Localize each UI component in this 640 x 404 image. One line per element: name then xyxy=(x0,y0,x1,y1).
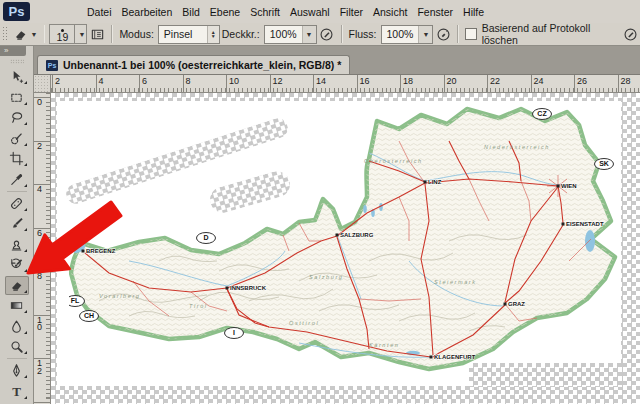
lasso-tool[interactable] xyxy=(5,108,29,127)
svg-text:LINZ: LINZ xyxy=(428,179,442,185)
menu-bild[interactable]: Bild xyxy=(177,2,205,22)
flow-label: Fluss: xyxy=(349,28,377,40)
panel-grip-handle[interactable] xyxy=(10,59,24,64)
workspace: » T Ps Unbenannt-1 bei 100% (oesterreich… xyxy=(0,46,640,404)
svg-text:I: I xyxy=(233,329,235,336)
tool-preset-button[interactable]: ▼ xyxy=(11,25,40,43)
menu-filter[interactable]: Filter xyxy=(335,2,368,22)
menu-auswahl[interactable]: Auswahl xyxy=(285,2,335,22)
size-pressure-button[interactable] xyxy=(620,25,640,43)
mode-value: Pinsel xyxy=(159,28,207,40)
opacity-label: Deckkr.: xyxy=(222,28,260,40)
gradient-tool[interactable] xyxy=(5,296,29,315)
menu-fenster[interactable]: Fenster xyxy=(412,2,458,22)
menu-bar: Ps DateiBearbeitenBildEbeneSchriftAuswah… xyxy=(0,0,640,23)
clone-stamp-tool[interactable] xyxy=(5,235,29,254)
document-tab[interactable]: Ps Unbenannt-1 bei 100% (oesterreichkart… xyxy=(37,55,350,74)
options-grip-handle[interactable] xyxy=(2,26,9,42)
vertical-ruler[interactable]: 02468101214 xyxy=(34,93,51,404)
svg-text:KLAGENFURT: KLAGENFURT xyxy=(434,354,476,360)
ruler-origin-corner[interactable] xyxy=(34,75,51,93)
svg-text:SK: SK xyxy=(599,160,609,167)
tools-list: T xyxy=(0,67,33,404)
menu-items: DateiBearbeitenBildEbeneSchriftAuswahlFi… xyxy=(82,2,489,22)
mode-label: Modus: xyxy=(119,28,153,40)
eraser-tool[interactable] xyxy=(5,276,29,295)
svg-text:Osttirol: Osttirol xyxy=(289,320,319,326)
tools-divider xyxy=(7,191,27,192)
type-tool[interactable]: T xyxy=(5,382,29,401)
airbrush-icon xyxy=(435,26,451,42)
toggle-brush-panel-button[interactable] xyxy=(87,25,107,43)
document-tab-bar: Ps Unbenannt-1 bei 100% (oesterreichkart… xyxy=(34,46,640,75)
brush-preview: 19 xyxy=(50,27,74,41)
brush-tool[interactable] xyxy=(5,214,29,233)
svg-text:Kärnten: Kärnten xyxy=(369,342,399,348)
svg-text:D: D xyxy=(203,234,208,241)
pen-pressure-icon xyxy=(622,26,638,42)
menu-bearbeiten[interactable]: Bearbeiten xyxy=(117,2,178,22)
opacity-pressure-button[interactable] xyxy=(317,25,337,43)
blur-tool[interactable] xyxy=(5,317,29,336)
options-bar: ▼ 19 ▼ Modus: Pinsel ▲▼ Deckkr.: 100% ▼ … xyxy=(0,23,640,46)
crop-tool[interactable] xyxy=(5,149,29,168)
ruler-number: 8 xyxy=(186,76,191,86)
brush-size-picker[interactable]: 19 ▼ xyxy=(49,24,87,44)
menu-datei[interactable]: Datei xyxy=(82,2,117,22)
brush-size-dropdown[interactable]: ▼ xyxy=(74,25,86,43)
move-tool[interactable] xyxy=(5,67,29,86)
pen-pressure-icon xyxy=(319,26,335,42)
ruler-number: 26 xyxy=(577,76,587,86)
airbrush-button[interactable] xyxy=(433,25,453,43)
ruler-number: 6 xyxy=(142,76,147,86)
svg-text:Salzburg: Salzburg xyxy=(309,274,344,280)
pen-tool[interactable] xyxy=(5,361,29,380)
erase-history-label: Basierend auf Protokoll löschen xyxy=(482,22,620,46)
svg-text:T: T xyxy=(12,384,21,399)
history-brush-tool[interactable] xyxy=(5,255,29,274)
ruler-number: 0 xyxy=(37,99,42,107)
menu-schrift[interactable]: Schrift xyxy=(245,2,285,22)
menu-ebene[interactable]: Ebene xyxy=(205,2,245,22)
spot-healing-tool[interactable] xyxy=(5,194,29,213)
tools-panel: » T xyxy=(0,46,34,404)
canvas[interactable]: VorarlbergTirolSalzburgOberösterreichNie… xyxy=(51,93,640,404)
menu-hilfe[interactable]: Hilfe xyxy=(458,2,489,22)
marquee-tool[interactable] xyxy=(5,88,29,107)
ruler-number: 10 xyxy=(229,76,239,86)
svg-text:Steiermark: Steiermark xyxy=(434,279,477,285)
divider xyxy=(457,25,459,43)
ruler-number: 22 xyxy=(490,76,500,86)
svg-text:EISENSTADT: EISENSTADT xyxy=(566,221,604,227)
ruler-number: 24 xyxy=(534,76,544,86)
svg-text:Niederösterreich: Niederösterreich xyxy=(484,144,550,150)
svg-text:FL: FL xyxy=(71,297,80,304)
brush-size-value: 19 xyxy=(50,33,74,41)
ruler-number: 6 xyxy=(37,230,42,238)
horizontal-ruler[interactable]: 246810121416182022242628 xyxy=(51,75,640,93)
quick-selection-tool[interactable] xyxy=(5,129,29,148)
ruler-number: 4 xyxy=(37,186,42,194)
ruler-number: 4 xyxy=(99,76,104,86)
svg-text:Oberösterreich: Oberösterreich xyxy=(364,158,423,164)
flow-select[interactable]: 100% ▼ xyxy=(381,25,434,44)
menu-ansicht[interactable]: Ansicht xyxy=(368,2,412,22)
chevron-down-icon: ▼ xyxy=(78,31,85,38)
dodge-tool[interactable] xyxy=(5,337,29,356)
ruler-number: 12 xyxy=(273,76,283,86)
brush-panel-icon xyxy=(89,26,105,42)
svg-text:CH: CH xyxy=(84,312,94,319)
divider xyxy=(44,25,46,43)
ruler-number: 16 xyxy=(360,76,370,86)
svg-text:BREGENZ: BREGENZ xyxy=(86,248,116,254)
mode-select[interactable]: Pinsel ▲▼ xyxy=(158,25,220,44)
divider xyxy=(341,25,343,43)
ruler-number: 8 xyxy=(37,273,42,281)
collapse-panel-button[interactable]: » xyxy=(0,46,26,56)
eyedropper-tool[interactable] xyxy=(5,170,29,189)
svg-text:WIEN: WIEN xyxy=(561,183,577,189)
eraser-icon xyxy=(13,26,29,42)
opacity-select[interactable]: 100% ▼ xyxy=(264,25,317,44)
flow-value: 100% xyxy=(382,28,419,40)
erase-history-checkbox[interactable] xyxy=(465,28,476,40)
